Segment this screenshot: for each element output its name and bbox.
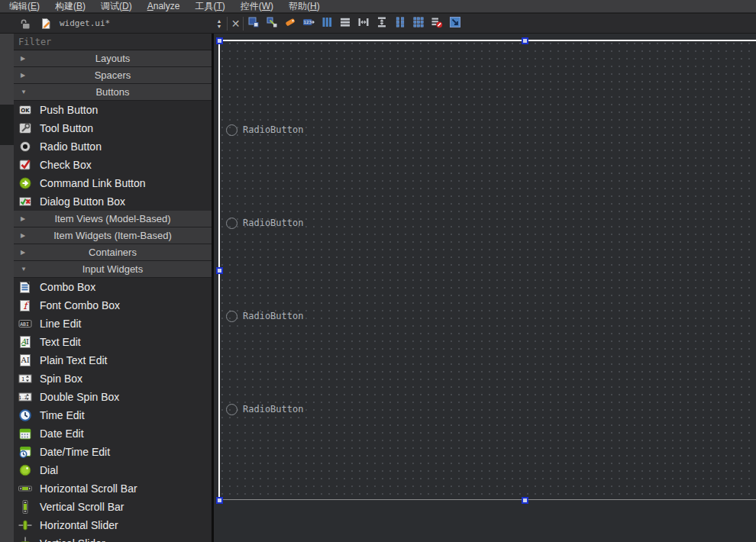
layout-horizontal-icon <box>321 16 333 31</box>
edit-widgets-button[interactable] <box>244 14 263 34</box>
tool-button-icon <box>18 121 32 135</box>
layout-vertical-button[interactable] <box>336 14 354 34</box>
menu-mnemonic: E <box>31 1 37 11</box>
category-label: Buttons <box>31 86 194 98</box>
menu-label-post: nalyze <box>153 1 180 11</box>
form-editor-canvas[interactable]: RadioButtonRadioButtonRadioButtonRadioBu… <box>214 34 756 542</box>
datetime-edit-icon <box>18 445 32 459</box>
edit-signals-slots-button[interactable] <box>263 14 281 34</box>
widget-item-double-spin-box[interactable]: 1.2Double Spin Box <box>14 388 212 406</box>
menu-item-0[interactable]: 编辑(E) <box>2 0 47 13</box>
open-file-name: widget.ui* <box>60 14 110 34</box>
form-radio-button-3[interactable]: RadioButton <box>226 308 303 324</box>
unlock-icon[interactable] <box>18 16 33 31</box>
widget-item-dial[interactable]: Dial <box>14 461 212 479</box>
widget-item-text-edit[interactable]: AIText Edit <box>14 333 212 351</box>
layout-form-button[interactable] <box>391 14 409 34</box>
menu-label-post: ) <box>317 1 320 11</box>
category-input-widgets[interactable]: ▼Input Widgets <box>14 261 212 278</box>
form-radio-button-4[interactable]: RadioButton <box>226 402 303 417</box>
category-spacers[interactable]: ▶Spacers <box>14 67 212 84</box>
font-combo-box-icon: f <box>18 298 32 312</box>
layout-vertical-icon <box>339 16 351 31</box>
widget-item-plain-text-edit[interactable]: AIPlain Text Edit <box>14 351 212 369</box>
break-layout-button[interactable] <box>428 14 446 34</box>
push-button-icon: OK <box>18 103 32 117</box>
widget-filter-input[interactable] <box>14 34 212 50</box>
widget-item-label: Push Button <box>40 104 98 116</box>
menu-mnemonic: W <box>262 1 270 11</box>
widget-item-label: Date/Time Edit <box>40 446 110 458</box>
form-radio-button-1[interactable]: RadioButton <box>226 122 303 137</box>
menu-item-4[interactable]: 工具(T) <box>187 0 232 13</box>
widget-item-label: Text Edit <box>40 336 81 348</box>
selection-handle-0[interactable] <box>216 37 223 44</box>
layout-horizontal-button[interactable] <box>318 14 336 34</box>
menu-item-1[interactable]: 构建(B) <box>47 0 93 13</box>
document-switcher-spinner[interactable]: ▲▼ <box>214 17 225 31</box>
adjust-size-button[interactable] <box>446 14 464 34</box>
widget-item-check-box[interactable]: Check Box <box>14 156 212 174</box>
menu-item-6[interactable]: 帮助(H) <box>281 0 328 13</box>
widget-item-label: Time Edit <box>40 409 85 421</box>
widget-item-vertical-scroll-bar[interactable]: Vertical Scroll Bar <box>14 498 212 516</box>
widget-item-line-edit[interactable]: ABILine Edit <box>14 315 212 333</box>
menu-label-post: ) <box>222 1 225 11</box>
widget-item-date-edit[interactable]: Date Edit <box>14 424 212 443</box>
mode-strip-segment <box>0 105 14 145</box>
widget-item-radio-button[interactable]: Radio Button <box>14 137 212 156</box>
widget-item-label: Command Link Button <box>40 177 146 189</box>
selection-handle-2[interactable] <box>216 267 223 274</box>
menu-item-3[interactable]: Analyze <box>140 0 188 13</box>
widget-item-vertical-slider[interactable]: Vertical Slider <box>14 534 212 542</box>
category-label: Spacers <box>31 69 194 81</box>
category-item-views-model-based-[interactable]: ▶Item Views (Model-Based) <box>14 211 212 227</box>
edit-tab-order-button[interactable]: 123 <box>299 14 318 34</box>
edit-document-icon[interactable] <box>38 16 53 31</box>
horizontal-slider-icon <box>18 518 32 532</box>
menu-item-2[interactable]: 调试(D) <box>93 0 140 13</box>
break-layout-icon <box>431 16 443 31</box>
widget-item-font-combo-box[interactable]: fFont Combo Box <box>14 296 212 315</box>
toolbar-separator <box>227 17 228 31</box>
widget-item-combo-box[interactable]: Combo Box <box>14 278 212 296</box>
radio-circle-icon <box>226 404 237 415</box>
category-containers[interactable]: ▶Containers <box>14 244 212 261</box>
widget-item-command-link-button[interactable]: Command Link Button <box>14 174 212 192</box>
toolbar-separator <box>243 17 244 31</box>
widget-item-label: Dial <box>40 464 58 476</box>
layout-splitter-horizontal-button[interactable] <box>354 14 373 34</box>
form-surface[interactable]: RadioButtonRadioButtonRadioButtonRadioBu… <box>219 40 756 500</box>
selection-handle-4[interactable] <box>522 497 528 504</box>
form-radio-button-2[interactable]: RadioButton <box>226 215 303 231</box>
chevron-right-icon: ▶ <box>21 72 31 79</box>
category-layouts[interactable]: ▶Layouts <box>14 50 212 67</box>
widget-item-spin-box[interactable]: 1Spin Box <box>14 369 212 388</box>
widget-item-time-edit[interactable]: Time Edit <box>14 406 212 424</box>
widget-item-tool-button[interactable]: Tool Button <box>14 119 212 137</box>
edit-buddies-button[interactable] <box>281 14 299 34</box>
menu-bar: 编辑(E)构建(B)调试(D)Analyze工具(T)控件(W)帮助(H) <box>0 0 756 13</box>
edit-widgets-icon <box>247 16 260 31</box>
widget-item-horizontal-slider[interactable]: Horizontal Slider <box>14 516 212 534</box>
layout-grid-button[interactable] <box>409 14 428 34</box>
category-label: Item Widgets (Item-Based) <box>31 230 194 241</box>
close-document-button[interactable]: ✕ <box>229 14 242 34</box>
menu-item-5[interactable]: 控件(W) <box>233 0 281 13</box>
widget-item-push-button[interactable]: OKPush Button <box>14 101 212 119</box>
widget-item-dialog-button-box[interactable]: Dialog Button Box <box>14 192 212 211</box>
layout-splitter-vertical-button[interactable] <box>373 14 391 34</box>
widget-item-label: Double Spin Box <box>40 391 119 403</box>
edit-tab-order-icon: 123 <box>302 16 315 31</box>
category-buttons[interactable]: ▼Buttons <box>14 84 212 101</box>
widget-item-datetime-edit[interactable]: Date/Time Edit <box>14 443 212 461</box>
menu-label-pre: 控件( <box>241 1 262 11</box>
widget-item-horizontal-scroll-bar[interactable]: Horizontal Scroll Bar <box>14 479 212 498</box>
left-mode-strip <box>0 34 14 542</box>
editor-toolbar: widget.ui* ▲▼ ✕ 123 <box>0 14 756 34</box>
selection-handle-3[interactable] <box>216 497 223 504</box>
menu-mnemonic: D <box>122 1 129 11</box>
svg-text:123: 123 <box>303 20 312 24</box>
category-item-widgets-item-based-[interactable]: ▶Item Widgets (Item-Based) <box>14 227 212 244</box>
selection-handle-1[interactable] <box>522 37 528 44</box>
